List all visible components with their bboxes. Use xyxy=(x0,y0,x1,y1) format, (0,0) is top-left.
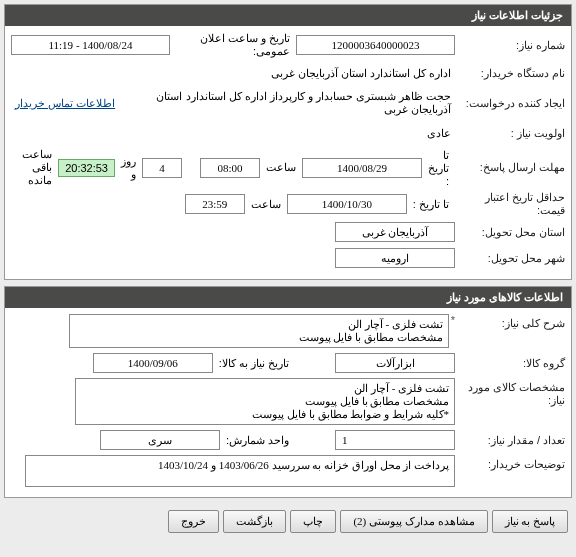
priority-value: عادی xyxy=(423,125,455,142)
price-validity-date-field[interactable] xyxy=(287,194,407,214)
public-announce-label: تاریخ و ساعت اعلان عمومی: xyxy=(170,32,296,58)
buyer-value: اداره کل استاندارد استان آذربایجان غربی xyxy=(267,65,455,82)
remaining-text: ساعت باقی مانده xyxy=(11,148,58,187)
deadline-date-field[interactable] xyxy=(302,158,422,178)
need-number-label: شماره نیاز: xyxy=(455,39,565,52)
buyer-notes-box[interactable]: پرداخت از محل اوراق خزانه به سررسید 1403… xyxy=(25,455,455,487)
back-button[interactable]: بازگشت xyxy=(223,510,286,533)
days-remaining-field[interactable] xyxy=(142,158,182,178)
general-desc-box[interactable]: تشت فلزی - آچار الن مشخصات مطابق با فایل… xyxy=(69,314,449,348)
unit-label: واحد شمارش: xyxy=(220,434,295,447)
deadline-time-field[interactable] xyxy=(200,158,260,178)
need-info-body: شماره نیاز: تاریخ و ساعت اعلان عمومی: نا… xyxy=(5,26,571,279)
asterisk-icon: * xyxy=(451,314,455,326)
attachments-button-label: مشاهده مدارک پیوستی xyxy=(369,515,475,527)
delivery-city-label: شهر محل تحویل: xyxy=(455,252,565,265)
group-field[interactable] xyxy=(335,353,455,373)
footer-toolbar: پاسخ به نیاز مشاهده مدارک پیوستی (2) چاپ… xyxy=(4,504,572,539)
price-validity-label: حداقل تاریخ اعتبار قیمت: xyxy=(455,191,565,217)
need-info-panel: جزئیات اطلاعات نیاز شماره نیاز: تاریخ و … xyxy=(4,4,572,280)
goods-info-body: شرح کلی نیاز: * تشت فلزی - آچار الن مشخص… xyxy=(5,308,571,497)
exit-button[interactable]: خروج xyxy=(168,510,219,533)
need-date-label: تاریخ نیاز به کالا: xyxy=(213,357,295,370)
deadline-to-label: تا تاریخ : xyxy=(422,149,455,187)
delivery-province-label: استان محل تحویل: xyxy=(455,226,565,239)
need-date-field[interactable] xyxy=(93,353,213,373)
price-validity-to-label: تا تاریخ : xyxy=(407,198,455,211)
buyer-contact-link[interactable]: اطلاعات تماس خریدار xyxy=(11,97,119,110)
creator-label: ایجاد کننده درخواست: xyxy=(455,97,565,110)
buyer-label: نام دستگاه خریدار: xyxy=(455,67,565,80)
spec-box[interactable]: تشت فلزی - آچار الن مشخصات مطابق با فایل… xyxy=(75,378,455,425)
countdown-timer: 20:32:53 xyxy=(58,159,115,177)
attachments-count-badge: (2) xyxy=(353,515,366,527)
spec-label: مشخصات کالای مورد نیاز: xyxy=(455,378,565,407)
creator-value: حجت ظاهر شبستری حسابدار و کارپرداز اداره… xyxy=(119,88,455,118)
priority-label: اولویت نیاز : xyxy=(455,127,565,140)
price-validity-time-label: ساعت xyxy=(245,198,287,211)
need-info-header: جزئیات اطلاعات نیاز xyxy=(5,5,571,26)
unit-field[interactable] xyxy=(100,430,220,450)
attachments-button[interactable]: مشاهده مدارک پیوستی (2) xyxy=(340,510,487,533)
deadline-time-label: ساعت xyxy=(260,161,302,174)
delivery-city-field[interactable] xyxy=(335,248,455,268)
respond-button[interactable]: پاسخ به نیاز xyxy=(492,510,569,533)
days-text: روز و xyxy=(115,155,142,181)
goods-info-header: اطلاعات کالاهای مورد نیاز xyxy=(5,287,571,308)
print-button[interactable]: چاپ xyxy=(290,510,336,533)
public-announce-field[interactable] xyxy=(11,35,170,55)
qty-label: تعداد / مقدار نیاز: xyxy=(455,434,565,447)
group-label: گروه کالا: xyxy=(455,357,565,370)
need-number-field[interactable] xyxy=(296,35,455,55)
delivery-province-field[interactable] xyxy=(335,222,455,242)
price-validity-time-field[interactable] xyxy=(185,194,245,214)
deadline-label: مهلت ارسال پاسخ: xyxy=(455,161,565,174)
goods-info-panel: اطلاعات کالاهای مورد نیاز شرح کلی نیاز: … xyxy=(4,286,572,498)
qty-field[interactable] xyxy=(335,430,455,450)
buyer-notes-label: توضیحات خریدار: xyxy=(455,455,565,471)
general-desc-label: شرح کلی نیاز: xyxy=(455,314,565,330)
